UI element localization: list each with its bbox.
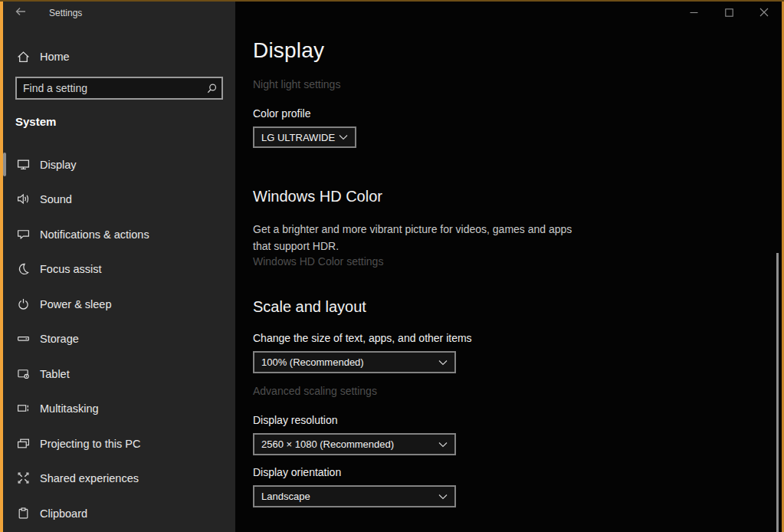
notifications-icon: [17, 228, 30, 241]
chevron-down-icon: [438, 360, 448, 366]
sidebar-item-notifications[interactable]: Notifications & actions: [0, 217, 235, 251]
display-resolution-dropdown[interactable]: 2560 × 1080 (Recommended): [253, 433, 456, 455]
back-arrow-icon: [15, 6, 27, 20]
display-resolution-value: 2560 × 1080 (Recommended): [261, 438, 394, 450]
selected-item-indicator: [3, 153, 6, 176]
sidebar-section-system: System: [15, 115, 56, 128]
advanced-scaling-link[interactable]: Advanced scaling settings: [253, 385, 377, 397]
tablet-icon: [17, 367, 30, 380]
sidebar-item-clipboard[interactable]: Clipboard: [0, 496, 235, 530]
display-orientation-label: Display orientation: [253, 466, 341, 478]
scrollbar[interactable]: [776, 253, 779, 532]
hd-color-description-line1: Get a brighter and more vibrant picture …: [253, 221, 572, 238]
close-icon: [759, 6, 769, 20]
sidebar-item-power-sleep[interactable]: Power & sleep: [0, 287, 235, 321]
night-light-settings-link[interactable]: Night light settings: [253, 78, 340, 90]
hd-color-heading: Windows HD Color: [253, 188, 382, 205]
chevron-down-icon: [438, 442, 448, 448]
sidebar-item-storage[interactable]: Storage: [0, 321, 235, 356]
minimize-button[interactable]: [676, 0, 711, 26]
sidebar-item-label: Home: [40, 51, 70, 63]
search-input[interactable]: [17, 82, 202, 94]
chevron-down-icon: [438, 494, 448, 500]
sidebar-item-label: Clipboard: [40, 507, 87, 520]
close-button[interactable]: [746, 0, 782, 26]
color-profile-label: Color profile: [253, 107, 310, 120]
sidebar-item-display[interactable]: Display: [0, 147, 235, 182]
sidebar-item-label: Tablet: [40, 368, 70, 380]
color-profile-value: LG ULTRAWIDE: [261, 132, 335, 143]
sidebar-item-tablet[interactable]: Tablet: [0, 356, 235, 391]
sidebar-item-sound[interactable]: Sound: [0, 182, 235, 216]
settings-window: Settings Home System Display: [0, 0, 784, 532]
display-orientation-dropdown[interactable]: Landscape: [253, 485, 456, 507]
page-title: Display: [253, 38, 324, 63]
sidebar-item-label: Display: [40, 159, 77, 171]
app-title: Settings: [49, 8, 82, 18]
focus-assist-icon: [17, 262, 30, 275]
window-controls: [676, 0, 782, 26]
sidebar-item-label: Notifications & actions: [40, 228, 149, 241]
hd-color-description: Get a brighter and more vibrant picture …: [253, 221, 572, 255]
sidebar-item-shared-experiences[interactable]: Shared experiences: [0, 461, 235, 495]
projecting-icon: [17, 437, 30, 450]
sidebar-item-label: Multitasking: [40, 402, 99, 415]
back-button[interactable]: [12, 5, 29, 21]
power-icon: [17, 297, 30, 310]
sound-icon: [17, 192, 30, 205]
scale-size-label: Change the size of text, apps, and other…: [253, 332, 472, 344]
sidebar: Settings Home System Display: [0, 0, 235, 532]
home-icon: [17, 51, 30, 64]
sidebar-item-projecting[interactable]: Projecting to this PC: [0, 426, 235, 461]
color-profile-dropdown[interactable]: LG ULTRAWIDE: [253, 126, 356, 148]
sidebar-item-focus-assist[interactable]: Focus assist: [0, 251, 235, 286]
sidebar-item-multitasking[interactable]: Multitasking: [0, 391, 235, 425]
multitasking-icon: [17, 402, 30, 415]
minimize-icon: [690, 6, 698, 20]
titlebar: Settings: [0, 0, 235, 26]
shared-experiences-icon: [17, 471, 30, 484]
maximize-icon: [725, 6, 733, 20]
hd-color-description-line2: that support HDR.: [253, 238, 572, 255]
clipboard-icon: [17, 507, 30, 520]
search-icon[interactable]: [202, 83, 221, 94]
search-box: [15, 77, 223, 100]
hd-color-settings-link[interactable]: Windows HD Color settings: [253, 255, 383, 268]
scale-size-value: 100% (Recommended): [261, 356, 364, 368]
display-orientation-value: Landscape: [261, 491, 310, 502]
sidebar-item-label: Projecting to this PC: [40, 438, 140, 450]
scale-size-dropdown[interactable]: 100% (Recommended): [253, 351, 456, 373]
capture-border-left: [0, 0, 3, 532]
sidebar-item-label: Shared experiences: [40, 472, 139, 484]
maximize-button[interactable]: [711, 0, 746, 26]
sidebar-item-label: Sound: [40, 193, 72, 205]
storage-icon: [17, 332, 30, 345]
sidebar-item-home[interactable]: Home: [0, 43, 235, 71]
sidebar-item-label: Focus assist: [40, 263, 102, 275]
capture-border-top: [0, 0, 784, 2]
display-icon: [17, 158, 30, 171]
display-resolution-label: Display resolution: [253, 414, 338, 426]
chevron-down-icon: [339, 134, 348, 140]
sidebar-item-label: Storage: [40, 333, 79, 345]
sidebar-item-label: Power & sleep: [40, 298, 112, 310]
scale-layout-heading: Scale and layout: [253, 298, 366, 316]
